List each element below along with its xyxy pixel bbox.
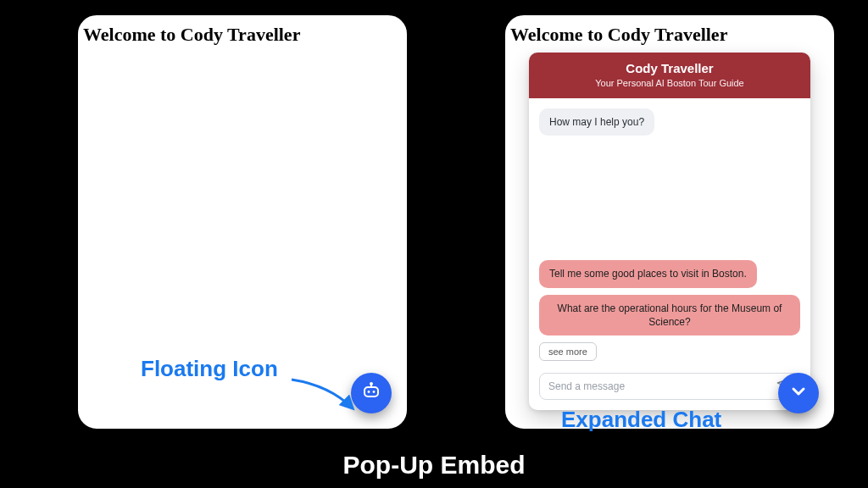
chat-header: Cody Traveller Your Personal AI Boston T… (529, 53, 810, 98)
chat-panel: Cody Traveller Your Personal AI Boston T… (529, 53, 810, 410)
chat-subtitle: Your Personal AI Boston Tour Guide (536, 78, 804, 88)
tablet-expanded: Welcome to Cody Traveller Cody Traveller… (500, 10, 839, 434)
chat-body: How may I help you? Tell me some good pl… (529, 98, 810, 368)
page-title: Welcome to Cody Traveller (78, 15, 407, 46)
chat-input-row (539, 373, 800, 400)
chat-collapse-button[interactable] (778, 373, 819, 413)
chat-title: Cody Traveller (536, 61, 804, 75)
suggestion-chip[interactable]: Tell me some good places to visit in Bos… (539, 260, 757, 287)
see-more-button[interactable]: see more (539, 342, 597, 361)
chat-launcher-button[interactable] (351, 373, 392, 413)
svg-rect-0 (364, 387, 378, 396)
page-title: Welcome to Cody Traveller (505, 15, 834, 46)
svg-point-1 (368, 391, 370, 393)
annotation-floating-icon: Floating Icon (141, 356, 278, 382)
svg-point-2 (373, 391, 376, 393)
bot-message: How may I help you? (539, 108, 654, 136)
diagram-stage: Welcome to Cody Traveller Floating Icon (0, 0, 868, 488)
suggestion-chip[interactable]: What are the operational hours for the M… (539, 295, 800, 336)
diagram-caption: Pop-Up Embed (0, 451, 868, 480)
chevron-down-icon (788, 381, 809, 405)
annotation-expanded-chat: Expanded Chat (561, 407, 721, 433)
svg-point-4 (370, 383, 372, 385)
chat-input[interactable] (548, 380, 769, 392)
chatbot-icon (361, 381, 381, 405)
spacer (539, 142, 800, 253)
